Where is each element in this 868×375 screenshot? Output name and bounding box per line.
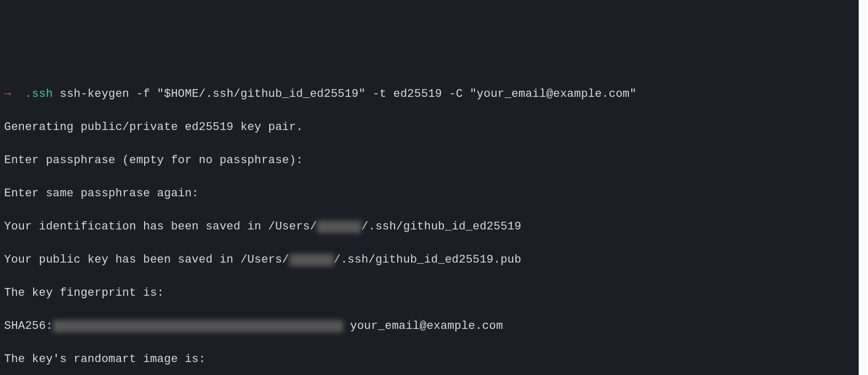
output-line: Enter passphrase (empty for no passphras… <box>4 152 803 169</box>
output-text: your_email@example.com <box>343 320 503 333</box>
prompt-arrow-icon: → <box>4 88 11 100</box>
prompt-cwd: .ssh <box>25 88 53 100</box>
scrollbar[interactable] <box>859 0 868 375</box>
output-text: /.ssh/github_id_ed25519.pub <box>334 253 522 266</box>
output-text: Your identification has been saved in /U… <box>4 220 317 233</box>
redacted-username: xxxxx <box>289 254 334 266</box>
output-line: Your identification has been saved in /U… <box>4 219 803 235</box>
redacted-username: xxxxx <box>317 221 361 233</box>
output-text: Your public key has been saved in /Users… <box>4 253 289 266</box>
output-line: The key's randomart image is: <box>4 351 803 368</box>
prompt-line-1: → .ssh ssh-keygen -f "$HOME/.ssh/github_… <box>4 86 803 103</box>
redacted-fingerprint: xxxxxxxxxxxxxxxxxxxxxxxxxxxxxxxxxxxxxxxx… <box>53 320 343 333</box>
terminal-output[interactable]: → .ssh ssh-keygen -f "$HOME/.ssh/github_… <box>4 69 803 375</box>
output-line: Enter same passphrase again: <box>4 185 803 202</box>
output-line: Your public key has been saved in /Users… <box>4 252 803 268</box>
output-text: /.ssh/github_id_ed25519 <box>361 220 521 233</box>
command-text: ssh-keygen -f "$HOME/.ssh/github_id_ed25… <box>60 88 636 100</box>
output-line: SHA256:xxxxxxxxxxxxxxxxxxxxxxxxxxxxxxxxx… <box>4 318 803 335</box>
output-line: Generating public/private ed25519 key pa… <box>4 119 803 136</box>
output-line: The key fingerprint is: <box>4 285 803 301</box>
output-text: SHA256: <box>4 320 53 333</box>
